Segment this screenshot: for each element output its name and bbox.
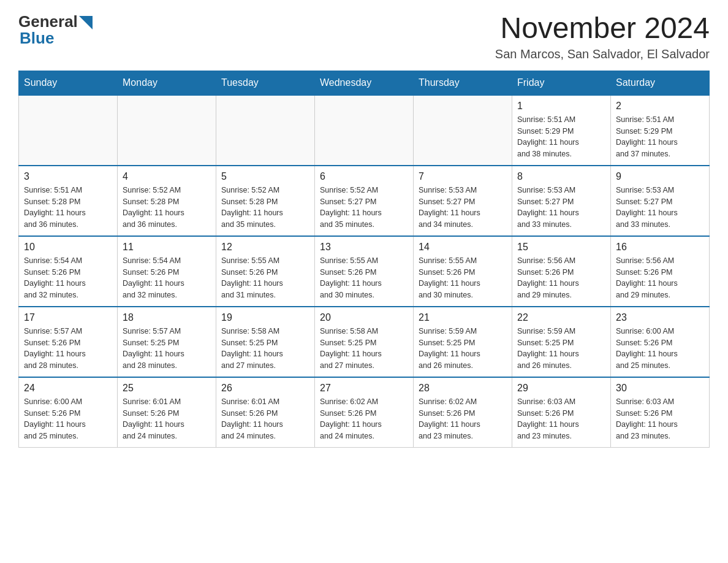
day-info: Sunrise: 6:01 AMSunset: 5:26 PMDaylight:… [123,396,211,442]
col-sunday: Sunday [19,71,118,95]
table-row: 14Sunrise: 5:55 AMSunset: 5:26 PMDayligh… [414,236,512,307]
day-number: 21 [419,312,507,323]
logo-triangle-icon [79,16,93,29]
calendar-week-row: 3Sunrise: 5:51 AMSunset: 5:28 PMDaylight… [19,166,710,236]
table-row: 12Sunrise: 5:55 AMSunset: 5:26 PMDayligh… [216,236,315,307]
day-info: Sunrise: 5:53 AMSunset: 5:27 PMDaylight:… [616,185,704,231]
day-number: 6 [320,171,408,182]
logo-blue-text: Blue [20,29,54,48]
day-number: 4 [123,171,211,182]
table-row: 15Sunrise: 5:56 AMSunset: 5:26 PMDayligh… [512,236,611,307]
day-info: Sunrise: 5:51 AMSunset: 5:29 PMDaylight:… [517,114,605,160]
day-number: 18 [123,312,211,323]
table-row: 27Sunrise: 6:02 AMSunset: 5:26 PMDayligh… [315,377,414,448]
day-number: 15 [517,242,605,253]
title-block: November 2024 San Marcos, San Salvador, … [495,12,710,61]
table-row [118,95,216,166]
col-wednesday: Wednesday [315,71,414,95]
day-number: 7 [419,171,507,182]
page-header: General Blue November 2024 San Marcos, S… [18,12,710,61]
table-row: 7Sunrise: 5:53 AMSunset: 5:27 PMDaylight… [414,166,512,236]
table-row: 22Sunrise: 5:59 AMSunset: 5:25 PMDayligh… [512,307,611,377]
table-row [414,95,512,166]
day-number: 28 [419,383,507,394]
day-number: 27 [320,383,408,394]
day-info: Sunrise: 5:55 AMSunset: 5:26 PMDaylight:… [419,255,507,301]
day-info: Sunrise: 5:59 AMSunset: 5:25 PMDaylight:… [517,326,605,372]
calendar-week-row: 24Sunrise: 6:00 AMSunset: 5:26 PMDayligh… [19,377,710,448]
day-number: 17 [24,312,112,323]
table-row: 1Sunrise: 5:51 AMSunset: 5:29 PMDaylight… [512,95,611,166]
svg-marker-0 [79,16,93,29]
day-number: 13 [320,242,408,253]
day-info: Sunrise: 5:51 AMSunset: 5:28 PMDaylight:… [24,185,112,231]
day-number: 2 [616,101,704,112]
table-row [19,95,118,166]
day-number: 16 [616,242,704,253]
day-number: 29 [517,383,605,394]
calendar-title: November 2024 [495,12,710,45]
day-number: 3 [24,171,112,182]
day-number: 25 [123,383,211,394]
table-row: 25Sunrise: 6:01 AMSunset: 5:26 PMDayligh… [118,377,216,448]
day-info: Sunrise: 5:57 AMSunset: 5:26 PMDaylight:… [24,326,112,372]
table-row: 4Sunrise: 5:52 AMSunset: 5:28 PMDaylight… [118,166,216,236]
col-friday: Friday [512,71,611,95]
day-info: Sunrise: 5:51 AMSunset: 5:29 PMDaylight:… [616,114,704,160]
col-tuesday: Tuesday [216,71,315,95]
day-info: Sunrise: 5:54 AMSunset: 5:26 PMDaylight:… [123,255,211,301]
day-info: Sunrise: 5:57 AMSunset: 5:25 PMDaylight:… [123,326,211,372]
col-thursday: Thursday [414,71,512,95]
day-info: Sunrise: 5:53 AMSunset: 5:27 PMDaylight:… [419,185,507,231]
day-info: Sunrise: 5:53 AMSunset: 5:27 PMDaylight:… [517,185,605,231]
day-number: 1 [517,101,605,112]
calendar-week-row: 17Sunrise: 5:57 AMSunset: 5:26 PMDayligh… [19,307,710,377]
day-info: Sunrise: 5:59 AMSunset: 5:25 PMDaylight:… [419,326,507,372]
col-saturday: Saturday [611,71,710,95]
table-row: 30Sunrise: 6:03 AMSunset: 5:26 PMDayligh… [611,377,710,448]
day-number: 30 [616,383,704,394]
day-number: 23 [616,312,704,323]
day-info: Sunrise: 5:52 AMSunset: 5:28 PMDaylight:… [221,185,309,231]
day-info: Sunrise: 6:00 AMSunset: 5:26 PMDaylight:… [24,396,112,442]
calendar-week-row: 10Sunrise: 5:54 AMSunset: 5:26 PMDayligh… [19,236,710,307]
table-row: 24Sunrise: 6:00 AMSunset: 5:26 PMDayligh… [19,377,118,448]
table-row: 6Sunrise: 5:52 AMSunset: 5:27 PMDaylight… [315,166,414,236]
day-info: Sunrise: 6:02 AMSunset: 5:26 PMDaylight:… [320,396,408,442]
calendar-location: San Marcos, San Salvador, El Salvador [495,47,710,61]
day-number: 14 [419,242,507,253]
day-info: Sunrise: 5:52 AMSunset: 5:28 PMDaylight:… [123,185,211,231]
day-info: Sunrise: 6:02 AMSunset: 5:26 PMDaylight:… [419,396,507,442]
table-row: 16Sunrise: 5:56 AMSunset: 5:26 PMDayligh… [611,236,710,307]
day-info: Sunrise: 5:58 AMSunset: 5:25 PMDaylight:… [221,326,309,372]
calendar-header-row: Sunday Monday Tuesday Wednesday Thursday… [19,71,710,95]
calendar-table: Sunday Monday Tuesday Wednesday Thursday… [18,71,710,448]
day-number: 11 [123,242,211,253]
table-row: 11Sunrise: 5:54 AMSunset: 5:26 PMDayligh… [118,236,216,307]
day-info: Sunrise: 6:03 AMSunset: 5:26 PMDaylight:… [517,396,605,442]
table-row: 18Sunrise: 5:57 AMSunset: 5:25 PMDayligh… [118,307,216,377]
table-row: 9Sunrise: 5:53 AMSunset: 5:27 PMDaylight… [611,166,710,236]
day-info: Sunrise: 6:00 AMSunset: 5:26 PMDaylight:… [616,326,704,372]
table-row: 23Sunrise: 6:00 AMSunset: 5:26 PMDayligh… [611,307,710,377]
table-row: 2Sunrise: 5:51 AMSunset: 5:29 PMDaylight… [611,95,710,166]
day-info: Sunrise: 6:01 AMSunset: 5:26 PMDaylight:… [221,396,309,442]
table-row: 17Sunrise: 5:57 AMSunset: 5:26 PMDayligh… [19,307,118,377]
day-number: 9 [616,171,704,182]
table-row: 26Sunrise: 6:01 AMSunset: 5:26 PMDayligh… [216,377,315,448]
day-info: Sunrise: 5:54 AMSunset: 5:26 PMDaylight:… [24,255,112,301]
col-monday: Monday [118,71,216,95]
table-row: 10Sunrise: 5:54 AMSunset: 5:26 PMDayligh… [19,236,118,307]
table-row [315,95,414,166]
table-row: 21Sunrise: 5:59 AMSunset: 5:25 PMDayligh… [414,307,512,377]
day-info: Sunrise: 6:03 AMSunset: 5:26 PMDaylight:… [616,396,704,442]
day-number: 24 [24,383,112,394]
day-info: Sunrise: 5:55 AMSunset: 5:26 PMDaylight:… [221,255,309,301]
table-row: 8Sunrise: 5:53 AMSunset: 5:27 PMDaylight… [512,166,611,236]
day-number: 5 [221,171,309,182]
day-info: Sunrise: 5:58 AMSunset: 5:25 PMDaylight:… [320,326,408,372]
table-row [216,95,315,166]
calendar-week-row: 1Sunrise: 5:51 AMSunset: 5:29 PMDaylight… [19,95,710,166]
day-info: Sunrise: 5:55 AMSunset: 5:26 PMDaylight:… [320,255,408,301]
day-number: 12 [221,242,309,253]
